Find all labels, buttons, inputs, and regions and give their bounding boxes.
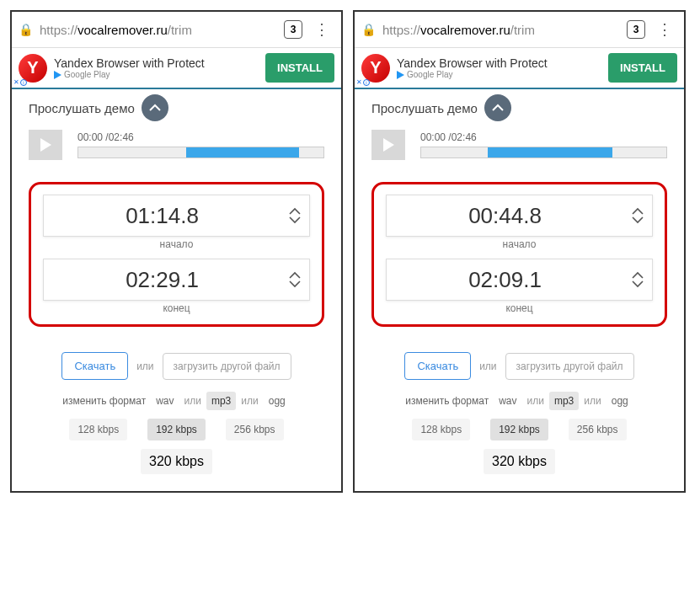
- or-label: или: [136, 360, 153, 372]
- lock-icon: 🔒: [361, 23, 376, 36]
- download-button[interactable]: Скачать: [61, 352, 128, 380]
- end-label: конец: [43, 302, 310, 314]
- collapse-button[interactable]: [484, 94, 511, 121]
- phone-screen-2: 🔒 https://vocalremover.ru/trim 3 ⋮ ✕i Y …: [353, 10, 686, 493]
- demo-label: Прослушать демо: [29, 101, 135, 115]
- tab-count-button[interactable]: 3: [627, 20, 645, 39]
- menu-button[interactable]: ⋮: [652, 20, 677, 39]
- url-bar: 🔒 https://vocalremover.ru/trim 3 ⋮: [12, 12, 341, 48]
- upload-other-button[interactable]: загрузить другой файл: [505, 353, 634, 380]
- start-time-input[interactable]: 01:14.8: [43, 195, 310, 237]
- demo-label: Прослушать демо: [371, 101, 478, 115]
- end-time-input[interactable]: 02:09.1: [386, 259, 653, 301]
- url-text[interactable]: https://vocalremover.ru/trim: [382, 23, 620, 37]
- collapse-button[interactable]: [142, 94, 168, 121]
- bitrate-row: 128 kbps192 kbps256 kbps: [371, 419, 667, 440]
- format-wav[interactable]: wav: [151, 392, 179, 410]
- ad-banner[interactable]: ✕i Y Yandex Browser with Protect Google …: [355, 48, 684, 89]
- bitrate-option[interactable]: 320 kbps: [141, 449, 212, 474]
- time-display: 00:00 /02:46: [77, 131, 324, 143]
- ad-title: Yandex Browser with Protect: [54, 56, 259, 70]
- google-play-icon: [54, 71, 61, 79]
- start-label: начало: [43, 238, 310, 250]
- format-ogg[interactable]: ogg: [264, 392, 291, 410]
- format-wav[interactable]: wav: [494, 392, 521, 410]
- phone-screen-1: 🔒 https://vocalremover.ru/trim 3 ⋮ ✕i Y …: [10, 10, 343, 493]
- ad-store: Google Play: [54, 70, 259, 79]
- install-button[interactable]: INSTALL: [265, 53, 334, 83]
- google-play-icon: [397, 71, 404, 79]
- ad-close-icon[interactable]: ✕i: [13, 78, 27, 86]
- format-row: изменить формат wavилиmp3илиogg: [371, 392, 667, 410]
- bitrate-option[interactable]: 256 kbps: [569, 419, 627, 440]
- bitrate-option[interactable]: 128 kbps: [69, 419, 127, 440]
- ad-close-icon[interactable]: ✕i: [356, 78, 370, 86]
- tab-count-button[interactable]: 3: [284, 20, 302, 39]
- chevron-down-icon[interactable]: [289, 280, 301, 288]
- time-display: 00:00 /02:46: [420, 131, 667, 143]
- end-time-input[interactable]: 02:29.1: [43, 259, 310, 301]
- progress-bar[interactable]: [77, 147, 324, 158]
- progress-bar[interactable]: [420, 147, 667, 158]
- play-icon: [40, 138, 51, 152]
- bitrate-option[interactable]: 128 kbps: [412, 419, 470, 440]
- format-mp3[interactable]: mp3: [206, 392, 236, 410]
- time-range-box: 00:44.8 начало 02:09.1 конец: [371, 182, 667, 327]
- ad-title: Yandex Browser with Protect: [397, 56, 601, 70]
- chevron-up-icon[interactable]: [632, 207, 644, 215]
- chevron-down-icon[interactable]: [632, 216, 644, 224]
- bitrate-option[interactable]: 256 kbps: [226, 419, 284, 440]
- chevron-up-icon[interactable]: [632, 271, 644, 279]
- format-ogg[interactable]: ogg: [606, 392, 633, 410]
- chevron-down-icon[interactable]: [632, 280, 644, 288]
- chevron-down-icon[interactable]: [289, 216, 301, 224]
- ad-store: Google Play: [397, 70, 601, 79]
- chevron-up-icon[interactable]: [289, 271, 301, 279]
- url-text[interactable]: https://vocalremover.ru/trim: [40, 23, 277, 37]
- menu-button[interactable]: ⋮: [309, 20, 334, 39]
- lock-icon: 🔒: [19, 23, 33, 36]
- bitrate-option[interactable]: 192 kbps: [490, 419, 548, 440]
- or-label: или: [479, 360, 496, 372]
- format-mp3[interactable]: mp3: [549, 392, 579, 410]
- play-button[interactable]: [29, 130, 62, 160]
- install-button[interactable]: INSTALL: [608, 53, 677, 83]
- start-label: начало: [386, 238, 653, 250]
- bitrate-option[interactable]: 320 kbps: [484, 449, 555, 474]
- url-bar: 🔒 https://vocalremover.ru/trim 3 ⋮: [355, 12, 684, 48]
- time-range-box: 01:14.8 начало 02:29.1 конец: [29, 182, 324, 327]
- format-label: изменить формат: [62, 395, 146, 407]
- format-label: изменить формат: [405, 395, 489, 407]
- bitrate-option[interactable]: 192 kbps: [147, 419, 206, 440]
- play-icon: [383, 138, 394, 152]
- download-button[interactable]: Скачать: [404, 352, 471, 380]
- end-label: конец: [386, 302, 653, 314]
- format-row: изменить формат wavилиmp3илиogg: [29, 392, 324, 410]
- bitrate-row: 128 kbps192 kbps256 kbps: [29, 419, 324, 440]
- play-button[interactable]: [371, 130, 405, 160]
- chevron-up-icon[interactable]: [289, 207, 301, 215]
- start-time-input[interactable]: 00:44.8: [386, 195, 653, 237]
- ad-banner[interactable]: ✕i Y Yandex Browser with Protect Google …: [12, 48, 341, 89]
- upload-other-button[interactable]: загрузить другой файл: [163, 353, 291, 380]
